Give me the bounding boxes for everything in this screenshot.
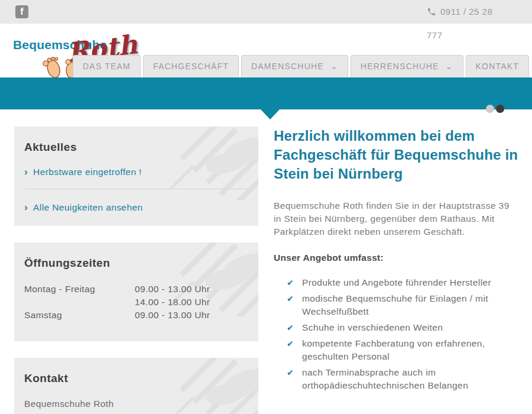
carousel-dot-1[interactable] xyxy=(486,105,494,113)
topbar: f 0911 / 25 28 777 xyxy=(0,0,532,24)
phone-number: 0911 / 25 28 777 xyxy=(427,0,501,47)
contact-box: Kontakt Bequemschuhe Roth Hauptstraße 39 xyxy=(14,358,258,414)
page-title: Herzlich willkommen bei dem Fachgeschäft… xyxy=(274,127,520,183)
hours-title: Öffnungszeiten xyxy=(24,257,248,270)
offer-list-item: ✔ Schuhe in verschiedenen Weiten xyxy=(287,321,520,334)
facebook-icon[interactable]: f xyxy=(15,5,28,18)
nav-tab-das-team[interactable]: DAS TEAM xyxy=(73,55,141,77)
hours-table: Montag - Freitag 09.00 - 13.00 Uhr 14.00… xyxy=(24,283,248,322)
check-icon: ✔ xyxy=(287,337,297,363)
offer-list: ✔ Produkte und Angebote führender Herste… xyxy=(274,276,520,392)
intro-paragraph: Bequemschuhe Roth finden Sie in der Haup… xyxy=(274,199,520,238)
hours-box: Öffnungszeiten Montag - Freitag 09.00 - … xyxy=(14,242,258,341)
nav-tab-label: HERRENSCHUHE xyxy=(361,62,439,71)
check-icon: ✔ xyxy=(287,276,297,289)
carousel-dot-2[interactable] xyxy=(496,105,504,113)
contact-street: Hauptstraße 39 xyxy=(24,410,248,414)
nav-tab-label: DAMENSCHUHE xyxy=(251,62,324,71)
foot-watermark-icon xyxy=(170,127,258,200)
contact-company: Bequemschuhe Roth xyxy=(24,397,248,410)
news-link-label: Herbstware eingetroffen ! xyxy=(33,167,142,177)
hours-times: 09.00 - 13.00 Uhr 14.00 - 18.00 Uhr xyxy=(135,283,210,309)
news-box: Aktuelles ›Herbstware eingetroffen ! ›Al… xyxy=(14,127,258,226)
banner-pointer xyxy=(261,109,280,119)
news-link-alle-neuigkeiten[interactable]: ›Alle Neuigkeiten ansehen xyxy=(24,202,248,214)
hours-day-label: Samstag xyxy=(24,309,135,322)
chevron-right-icon: › xyxy=(24,202,28,213)
divider xyxy=(24,189,248,189)
check-icon: ✔ xyxy=(287,321,297,334)
offer-list-item: ✔ nach Terminabsprache auch im orthopädi… xyxy=(287,366,520,392)
check-icon: ✔ xyxy=(287,366,297,392)
nav-tab-label: DAS TEAM xyxy=(83,62,131,71)
offer-list-item: ✔ modische Bequemschuhe für Einlagen / m… xyxy=(287,292,520,318)
news-link-label: Alle Neuigkeiten ansehen xyxy=(33,202,142,212)
nav-tab-kontakt[interactable]: KONTAKT xyxy=(466,55,529,77)
news-title: Aktuelles xyxy=(24,141,248,154)
nav-tab-herrenschuhe[interactable]: HERRENSCHUHE ⌄ xyxy=(351,55,463,77)
offer-item-text: modische Bequemschuhe für Einlagen / mit… xyxy=(302,292,520,318)
hours-times: 09.00 - 13.00 Uhr xyxy=(135,309,210,322)
hours-day-label: Montag - Freitag xyxy=(24,283,135,309)
hours-time: 09.00 - 13.00 Uhr xyxy=(135,283,210,296)
hero-banner xyxy=(0,77,532,109)
phone-icon xyxy=(427,7,436,17)
nav-tab-label: FACHGESCHÄFT xyxy=(153,62,229,71)
news-link-herbstware[interactable]: ›Herbstware eingetroffen ! xyxy=(24,166,248,178)
offer-item-text: Schuhe in verschiedenen Weiten xyxy=(302,321,443,334)
offer-list-item: ✔ Produkte und Angebote führender Herste… xyxy=(287,276,520,289)
nav-tab-label: KONTAKT xyxy=(476,62,519,71)
chevron-down-icon: ⌄ xyxy=(446,62,453,71)
check-icon: ✔ xyxy=(287,292,297,318)
offer-item-text: kompetente Fachberatung von erfahrenen, … xyxy=(302,337,520,363)
offer-list-item: ✔ kompetente Fachberatung von erfahrenen… xyxy=(287,337,520,363)
hours-row: Samstag 09.00 - 13.00 Uhr xyxy=(24,309,248,322)
hours-time: 14.00 - 18.00 Uhr xyxy=(135,296,210,309)
contact-title: Kontakt xyxy=(24,372,248,385)
hours-time: 09.00 - 13.00 Uhr xyxy=(135,309,210,322)
page: f 0911 / 25 28 777 Bequemschuhe xyxy=(0,0,532,414)
offer-item-text: Produkte und Angebote führender Herstell… xyxy=(302,276,491,289)
chevron-down-icon: ⌄ xyxy=(330,62,338,71)
nav-tab-damenschuhe[interactable]: DAMENSCHUHE ⌄ xyxy=(241,55,348,77)
offer-item-text: nach Terminabsprache auch im orthopädies… xyxy=(302,366,520,392)
nav-tab-fachgeschaeft[interactable]: FACHGESCHÄFT xyxy=(143,55,239,77)
chevron-right-icon: › xyxy=(24,166,28,177)
hours-row: Montag - Freitag 09.00 - 13.00 Uhr 14.00… xyxy=(24,283,248,309)
carousel-dots xyxy=(486,105,504,113)
main-nav: DAS TEAM FACHGESCHÄFT DAMENSCHUHE ⌄ HERR… xyxy=(73,55,529,77)
offer-label: Unser Angebot umfasst: xyxy=(274,253,520,263)
main-content: Herzlich willkommen bei dem Fachgeschäft… xyxy=(274,127,520,395)
phone-number-text: 0911 / 25 28 777 xyxy=(427,7,492,40)
